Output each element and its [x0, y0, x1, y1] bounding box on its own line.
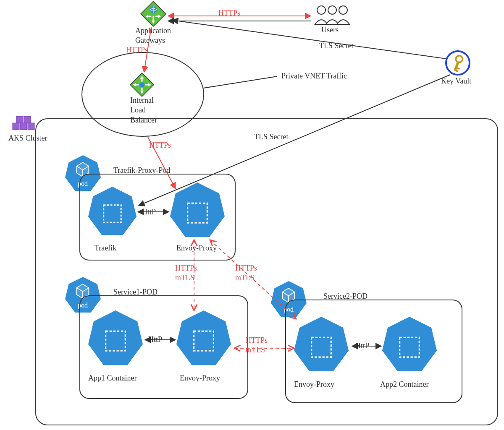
aks-cluster-icon — [13, 116, 34, 130]
users-icon — [315, 6, 349, 24]
traefik-label: Traefik — [94, 243, 116, 253]
envoy-right-container-icon — [294, 317, 349, 371]
edge-kv-traefik — [139, 75, 450, 206]
svg-rect-3 — [20, 123, 27, 130]
edge-ilb-vnet-label: Private VNET Traffic — [281, 71, 347, 81]
app2-container-icon — [382, 317, 437, 371]
edge-traefik-http: HttP — [142, 207, 156, 217]
edge-users-appgw-label: HTTPs — [218, 8, 240, 18]
envoy-left-container-icon — [176, 310, 231, 365]
edge-ilb-vnet — [203, 76, 277, 88]
key-vault-icon — [446, 51, 470, 75]
envoy-top-label: Envoy-Proxy — [176, 243, 217, 253]
edge-envoy-s2-label: HTTPs mTLS — [235, 263, 257, 283]
ilb-icon — [130, 73, 154, 96]
svg-point-19 — [328, 6, 336, 14]
aks-cluster-label: AKS Cluster — [8, 133, 47, 143]
service2-pod-label: Service2-POD — [323, 292, 368, 301]
edge-kv-traefik-label: TLS Secret — [254, 132, 288, 142]
users-label: Users — [321, 25, 339, 35]
edge-s1-http-label: HttP — [148, 335, 162, 344]
svg-rect-2 — [13, 123, 19, 130]
app1-label: App1 Container — [88, 373, 136, 383]
service1-pod-badge: pod — [65, 277, 101, 313]
app-gateway-icon — [141, 1, 166, 26]
envoy-right-label: Envoy-Proxy — [294, 380, 334, 389]
edge-appgw-ilb-label: HTTPs — [126, 45, 148, 55]
svg-rect-6 — [24, 116, 31, 123]
edge-ilb-traefik-label: HTTPs — [149, 141, 171, 150]
ilb-label: Internal Load Balancer — [130, 96, 157, 125]
svg-text:pod: pod — [78, 180, 88, 188]
envoy-left-label: Envoy-Proxy — [180, 373, 220, 383]
diagram-svg: pod pod pod — [0, 0, 504, 430]
svg-text:pod: pod — [78, 302, 88, 309]
service2-pod-badge: pod — [271, 281, 307, 317]
svg-rect-5 — [16, 116, 23, 123]
svg-point-20 — [339, 6, 347, 14]
diagram-canvas: pod pod pod — [0, 0, 504, 430]
app1-container-icon — [88, 310, 143, 365]
key-vault-label: Key Vault — [441, 76, 471, 86]
service1-pod-label: Service1-POD — [113, 287, 158, 297]
edge-kv-appgw — [172, 20, 446, 59]
edge-s1-s2-label: HTTPs mTLS — [246, 336, 268, 355]
edge-s2-http-label: HttP — [355, 341, 369, 351]
edge-envoy-s1-label: HTTPs mTLS — [175, 263, 197, 283]
traefik-pod-badge: pod — [65, 155, 101, 191]
svg-point-8 — [139, 82, 144, 87]
traefik-container-icon — [88, 187, 136, 235]
envoy-top-container-icon — [170, 182, 225, 237]
app-gateway-label: Application Gateways — [135, 26, 171, 46]
svg-rect-4 — [28, 123, 34, 130]
traefik-pod-label: Traefik-Proxy-Pod — [113, 166, 170, 175]
svg-point-18 — [317, 6, 326, 14]
app2-label: App2 Container — [380, 380, 428, 389]
edge-kv-appgw-label: TLS Secret — [319, 41, 353, 51]
